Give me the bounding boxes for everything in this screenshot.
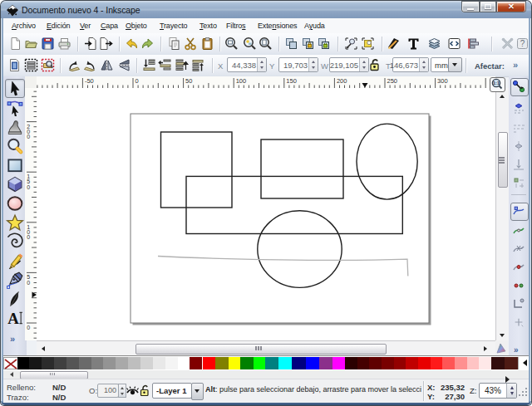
svg-text:0: 0 xyxy=(135,77,139,85)
svg-text:A: A xyxy=(7,310,19,327)
svg-text:100: 100 xyxy=(236,77,247,85)
svg-text:?: ? xyxy=(520,39,525,48)
svg-text:-50: -50 xyxy=(85,77,94,85)
svg-text:50: 50 xyxy=(185,77,192,85)
svg-text:0: 0 xyxy=(27,325,30,330)
svg-text:1:1: 1:1 xyxy=(493,81,500,86)
svg-text:0: 0 xyxy=(27,280,30,286)
svg-text:0: 0 xyxy=(27,134,30,139)
svg-text:200: 200 xyxy=(337,77,347,85)
svg-text:300: 300 xyxy=(437,77,448,85)
svg-text:250: 250 xyxy=(387,77,398,85)
svg-text:150: 150 xyxy=(286,77,297,85)
svg-text:0: 0 xyxy=(27,234,30,240)
svg-text:0: 0 xyxy=(27,184,30,190)
